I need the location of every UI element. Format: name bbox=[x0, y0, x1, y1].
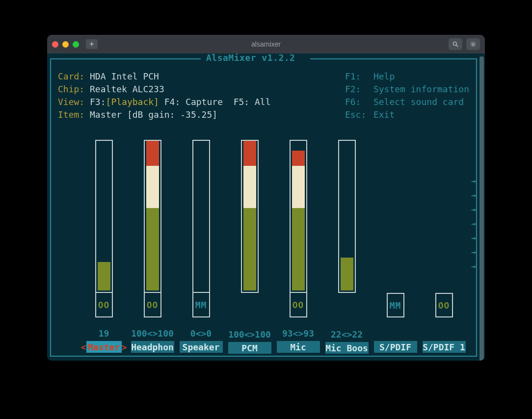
key-row: F2:System information bbox=[345, 83, 469, 96]
card-value: HDA Intel PCH bbox=[90, 70, 159, 83]
arrow-right-icon: → bbox=[471, 176, 476, 185]
key-row: F1:Help bbox=[345, 70, 469, 83]
channels[interactable]: OO19< Master >OO100<>100HeadphonMM0<>0Sp… bbox=[80, 140, 469, 356]
channel-level: 100<>100 bbox=[228, 329, 271, 341]
mute-state: MM bbox=[195, 300, 207, 310]
item-label: Item: bbox=[58, 108, 90, 121]
channel-level: 22<>22 bbox=[331, 329, 363, 341]
search-icon bbox=[452, 41, 459, 48]
mute-state: OO bbox=[293, 300, 304, 310]
mute-state: OO bbox=[98, 300, 110, 310]
channel[interactable]: 100<>100PCM bbox=[225, 140, 274, 356]
new-tab-button[interactable]: + bbox=[86, 39, 98, 49]
key-row: Esc:Exit bbox=[345, 108, 469, 121]
channel-name[interactable]: Speaker bbox=[180, 341, 223, 353]
search-button[interactable] bbox=[449, 38, 462, 50]
channel[interactable]: OOS/PDIF 1 bbox=[420, 140, 468, 356]
volume-bar[interactable] bbox=[95, 140, 113, 293]
scrollbar[interactable] bbox=[479, 56, 484, 361]
titlebar-actions bbox=[449, 38, 480, 50]
view-label: View: bbox=[58, 96, 90, 108]
channel-name[interactable]: PCM bbox=[228, 342, 271, 354]
alsamixer-frame: AlsaMixer v1.2.2 Card: HDA Intel PCH Chi… bbox=[50, 58, 477, 357]
mute-box[interactable]: OO bbox=[95, 293, 113, 317]
channel-level: 19 bbox=[99, 328, 109, 340]
channel[interactable]: 22<>22Mic Boos bbox=[322, 140, 371, 356]
channel[interactable]: OO19< Master > bbox=[80, 140, 128, 356]
channel-name[interactable]: Headphon bbox=[131, 341, 174, 353]
window-controls bbox=[52, 41, 79, 48]
chip-value: Realtek ALC233 bbox=[90, 83, 164, 96]
volume-bar[interactable] bbox=[338, 140, 356, 293]
mute-box[interactable]: OO bbox=[290, 293, 307, 317]
svg-line-1 bbox=[456, 45, 458, 47]
channel[interactable]: MMS/PDIF bbox=[371, 140, 420, 356]
terminal-window: + alsamixer AlsaMixer v1.2.2 Card: HDA I… bbox=[47, 35, 485, 361]
volume-bar[interactable] bbox=[290, 140, 307, 293]
channel-name[interactable]: Master bbox=[86, 341, 122, 353]
terminal-content[interactable]: AlsaMixer v1.2.2 Card: HDA Intel PCH Chi… bbox=[47, 53, 485, 361]
channel-name[interactable]: S/PDIF bbox=[374, 341, 417, 353]
volume-bar[interactable] bbox=[241, 140, 259, 293]
mute-box[interactable]: MM bbox=[387, 293, 404, 317]
channel[interactable]: OO100<>100Headphon bbox=[128, 140, 177, 356]
svg-point-0 bbox=[453, 42, 456, 45]
arrow-right-icon: → bbox=[471, 205, 476, 214]
zoom-icon[interactable] bbox=[73, 41, 79, 48]
scroll-left-icon: < bbox=[81, 342, 86, 352]
card-label: Card: bbox=[58, 70, 90, 83]
channel[interactable]: MM0<>0Speaker bbox=[177, 140, 225, 356]
view-playback: [Playback] bbox=[106, 96, 159, 108]
scroll-right-icon: > bbox=[122, 342, 127, 352]
mute-box[interactable]: OO bbox=[144, 293, 161, 317]
channel-name[interactable]: Mic Boos bbox=[325, 342, 369, 354]
volume-bar[interactable] bbox=[144, 140, 161, 293]
chip-label: Chip: bbox=[58, 83, 90, 96]
channel-level: 100<>100 bbox=[131, 328, 174, 340]
channel-name[interactable]: Mic bbox=[277, 341, 320, 353]
settings-button[interactable] bbox=[466, 38, 480, 50]
view-rest: F4: Capture F5: All bbox=[159, 96, 271, 108]
channel[interactable]: OO93<>93Mic bbox=[274, 140, 322, 356]
view-f3: F3: bbox=[90, 96, 106, 108]
app-title: AlsaMixer v1.2.2 bbox=[203, 53, 298, 63]
mute-box[interactable]: MM bbox=[192, 293, 210, 317]
arrow-right-icon: → bbox=[471, 233, 476, 242]
scroll-arrows: →→→→→→→ bbox=[471, 176, 476, 271]
close-icon[interactable] bbox=[52, 41, 58, 48]
key-row: F6:Select sound card bbox=[345, 96, 469, 108]
minimize-icon[interactable] bbox=[62, 41, 69, 48]
volume-bar[interactable] bbox=[192, 140, 210, 293]
gear-icon bbox=[470, 41, 477, 48]
channel-level: 93<>93 bbox=[282, 328, 314, 340]
mute-box[interactable]: OO bbox=[435, 293, 453, 317]
channel-name[interactable]: S/PDIF 1 bbox=[423, 341, 466, 353]
mute-state: OO bbox=[438, 300, 450, 311]
arrow-right-icon: → bbox=[471, 219, 476, 228]
mute-state: OO bbox=[147, 300, 159, 310]
arrow-right-icon: → bbox=[471, 262, 476, 271]
arrow-right-icon: → bbox=[471, 247, 476, 257]
help-keys: F1:Help F2:System information F6:Select … bbox=[345, 70, 469, 121]
channel-level: 0<>0 bbox=[190, 328, 212, 340]
window-title: alsamixer bbox=[47, 40, 485, 48]
svg-point-2 bbox=[472, 43, 474, 45]
titlebar: + alsamixer bbox=[47, 35, 485, 53]
item-value: Master [dB gain: -35.25] bbox=[90, 108, 217, 121]
mute-state: MM bbox=[390, 300, 401, 311]
arrow-right-icon: → bbox=[471, 190, 476, 200]
